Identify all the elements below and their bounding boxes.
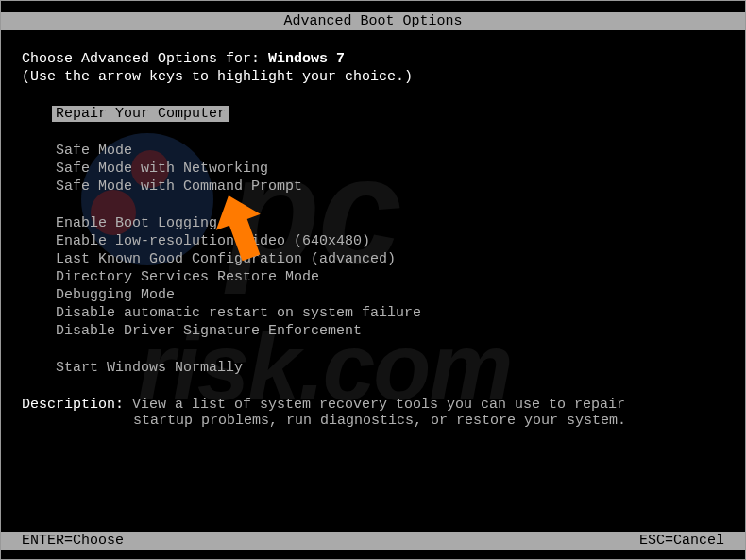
menu-item[interactable]: Start Windows Normally [56,360,724,376]
menu-item[interactable]: Disable automatic restart on system fail… [56,305,724,321]
description-block: Description: View a list of system recov… [22,397,724,429]
boot-menu[interactable]: Repair Your ComputerSafe ModeSafe Mode w… [22,106,724,376]
menu-spacer [56,341,724,360]
description-label: Description: [22,397,132,413]
description-text-1: View a list of system recovery tools you… [132,397,625,413]
menu-spacer [56,124,724,143]
menu-spacer [56,196,724,215]
menu-item[interactable]: Last Known Good Configuration (advanced) [56,251,724,267]
prompt-text: Choose Advanced Options for: [22,51,268,67]
menu-item[interactable]: Enable low-resolution video (640x480) [56,233,724,249]
menu-item[interactable]: Debugging Mode [56,287,724,303]
footer-bar: ENTER=Choose ESC=Cancel [1,532,745,550]
os-name: Windows 7 [268,51,345,67]
menu-item[interactable]: Repair Your Computer [52,106,229,122]
menu-item[interactable]: Enable Boot Logging [56,215,724,231]
title-bar: Advanced Boot Options [1,12,745,30]
footer-enter: ENTER=Choose [22,533,124,549]
menu-item[interactable]: Safe Mode with Command Prompt [56,178,724,195]
menu-item[interactable]: Safe Mode with Networking [56,161,724,177]
menu-item[interactable]: Disable Driver Signature Enforcement [56,323,724,339]
menu-item[interactable]: Safe Mode [56,143,724,159]
description-text-2: startup problems, run diagnostics, or re… [22,413,724,429]
menu-item[interactable]: Directory Services Restore Mode [56,269,724,285]
prompt-line: Choose Advanced Options for: Windows 7 [22,51,724,67]
hint-line: (Use the arrow keys to highlight your ch… [22,69,724,85]
footer-esc: ESC=Cancel [639,533,724,549]
